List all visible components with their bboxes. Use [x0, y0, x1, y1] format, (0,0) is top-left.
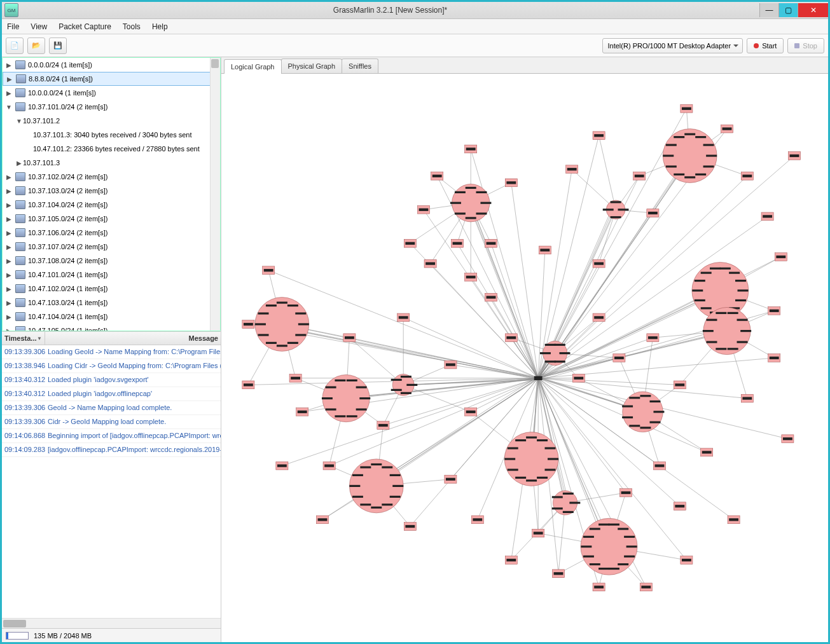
tree-row[interactable]: ▶10.37.102.0/24 (2 item[s]) — [3, 170, 220, 184]
tree-label: 10.37.102.0/24 (2 item[s]) — [28, 173, 107, 181]
tree-row[interactable]: ▶10.37.106.0/24 (2 item[s]) — [3, 226, 220, 240]
message-table[interactable]: 09:13:39.306Loading GeoId -> Name Mappin… — [2, 345, 221, 618]
menu-view[interactable]: View — [31, 22, 47, 31]
message-row[interactable]: 09:14:09.283[iadgov.offlinepcap.PCAPImpo… — [2, 443, 221, 457]
expand-arrow-icon[interactable]: ▶ — [15, 160, 23, 167]
expand-arrow-icon[interactable]: ▶ — [5, 243, 13, 250]
expand-arrow-icon[interactable]: ▶ — [5, 285, 13, 292]
svg-rect-284 — [534, 531, 543, 534]
svg-rect-397 — [703, 144, 714, 146]
tree-row[interactable]: ▶10.37.105.0/24 (2 item[s]) — [3, 212, 220, 226]
message-row[interactable]: 09:13:39.306Cidr -> GeoId Mapping load c… — [2, 415, 221, 429]
tree-row[interactable]: ▶10.37.107.0/24 (2 item[s]) — [3, 240, 220, 254]
message-row[interactable]: 09:13:40.312Loaded plugin 'iadgov.svgexp… — [2, 373, 221, 387]
open-folder-icon: 📂 — [32, 41, 41, 50]
tree-row[interactable]: ▶10.47.101.0/24 (1 item[s]) — [3, 268, 220, 282]
message-row[interactable]: 09:13:40.312Loaded plugin 'iadgov.offlin… — [2, 387, 221, 401]
minimize-button[interactable]: — — [759, 3, 778, 17]
save-button[interactable]: 💾 — [49, 38, 67, 54]
menubar: File View Packet Capture Tools Help — [2, 19, 828, 34]
svg-rect-447 — [401, 376, 412, 378]
expand-arrow-icon[interactable]: ▶ — [5, 257, 13, 264]
stop-capture-button[interactable]: Stop — [787, 38, 824, 53]
svg-rect-335 — [371, 463, 382, 465]
maximize-button[interactable]: ▢ — [778, 3, 798, 17]
close-button[interactable]: ✕ — [798, 3, 828, 17]
menu-packet-capture[interactable]: Packet Capture — [59, 22, 111, 31]
message-hscroll[interactable] — [2, 618, 221, 628]
expand-arrow-icon[interactable]: ▶ — [5, 313, 13, 320]
menu-tools[interactable]: Tools — [123, 22, 141, 31]
svg-rect-445 — [391, 389, 402, 391]
tree-row[interactable]: ▶10.37.108.0/24 (2 item[s]) — [3, 254, 220, 268]
tab-sniffles[interactable]: Sniffles — [342, 58, 378, 73]
svg-rect-420 — [707, 319, 717, 321]
tab-physical-graph[interactable]: Physical Graph — [281, 58, 343, 73]
memory-label: 135 MB / 2048 MB — [34, 632, 92, 640]
tree-row[interactable]: ▶10.47.104.0/24 (1 item[s]) — [3, 310, 220, 324]
tree-row[interactable]: ▶10.0.0.0/24 (1 item[s]) — [3, 86, 220, 100]
svg-rect-300 — [682, 559, 691, 561]
svg-rect-306 — [266, 342, 277, 344]
tree-scrollbar[interactable] — [210, 58, 220, 331]
svg-line-72 — [457, 243, 538, 378]
expand-arrow-icon[interactable]: ▼ — [5, 104, 13, 111]
expand-arrow-icon[interactable]: ▶ — [5, 174, 13, 181]
tree-row[interactable]: ▶10.37.103.0/24 (2 item[s]) — [3, 184, 220, 198]
expand-arrow-icon[interactable]: ▶ — [5, 271, 13, 278]
tree-label: 10.47.101.2: 23366 bytes received / 2788… — [33, 145, 200, 153]
svg-rect-303 — [295, 334, 306, 336]
tree-row[interactable]: ▶10.47.105.0/24 (1 item[s]) — [3, 324, 220, 331]
message-row[interactable]: 09:13:38.946Loading Cidr -> GeoId Mappin… — [2, 359, 221, 373]
status-bar: 135 MB / 2048 MB — [2, 628, 221, 642]
svg-rect-292 — [244, 383, 253, 386]
svg-rect-305 — [277, 345, 287, 346]
message-text: GeoId -> Name Mapping load complete. — [45, 401, 221, 414]
new-file-button[interactable]: 📄 — [6, 38, 24, 54]
expand-arrow-icon[interactable]: ▶ — [5, 90, 13, 97]
svg-line-13 — [469, 205, 537, 379]
message-timestamp: 09:13:40.312 — [2, 373, 45, 387]
menu-help[interactable]: Help — [152, 22, 168, 31]
tree-row[interactable]: 10.37.101.3: 3040 bytes received / 3040 … — [3, 128, 220, 142]
message-row[interactable]: 09:14:06.868Beginning import of [iadgov.… — [2, 429, 221, 443]
toolbar: 📄 📂 💾 Intel(R) PRO/1000 MT Desktop Adapt… — [2, 34, 828, 57]
expand-arrow-icon[interactable]: ▼ — [15, 118, 23, 125]
expand-arrow-icon[interactable]: ▶ — [6, 76, 13, 83]
col-timestamp[interactable]: Timesta...▼ — [2, 332, 45, 345]
tree-row[interactable]: ▶10.37.101.3 — [3, 156, 220, 170]
tree-row[interactable]: ▶0.0.0.0/24 (1 item[s]) — [3, 58, 220, 72]
message-timestamp: 09:14:09.283 — [2, 443, 45, 456]
svg-line-71 — [511, 182, 538, 378]
tree-row[interactable]: 10.47.101.2: 23366 bytes received / 2788… — [3, 142, 220, 156]
network-adapter-select[interactable]: Intel(R) PRO/1000 MT Desktop Adapter — [602, 38, 744, 53]
svg-rect-218 — [425, 262, 435, 264]
tab-logical-graph[interactable]: Logical Graph — [224, 59, 282, 74]
new-file-icon: 📄 — [10, 41, 19, 50]
svg-rect-379 — [629, 425, 640, 427]
expand-arrow-icon[interactable]: ▶ — [5, 327, 13, 332]
expand-arrow-icon[interactable]: ▶ — [5, 299, 13, 306]
network-tree[interactable]: ▶0.0.0.0/24 (1 item[s])▶8.8.8.0/24 (1 it… — [2, 57, 221, 331]
col-message[interactable]: Message — [45, 332, 221, 345]
tree-row[interactable]: ▼10.37.101.2 — [3, 114, 220, 128]
message-row[interactable]: 09:13:39.306Loading GeoId -> Name Mappin… — [2, 345, 221, 359]
open-file-button[interactable]: 📂 — [27, 38, 45, 54]
message-row[interactable]: 09:13:39.306GeoId -> Name Mapping load c… — [2, 401, 221, 415]
expand-arrow-icon[interactable]: ▶ — [5, 230, 13, 236]
svg-rect-264 — [655, 464, 665, 467]
tree-row[interactable]: ▶10.37.104.0/24 (2 item[s]) — [3, 198, 220, 212]
start-capture-button[interactable]: Start — [747, 38, 784, 53]
expand-arrow-icon[interactable]: ▶ — [5, 188, 13, 195]
expand-arrow-icon[interactable]: ▶ — [5, 202, 13, 209]
logical-graph-canvas[interactable] — [221, 74, 828, 642]
tree-row[interactable]: ▼10.37.101.0/24 (2 item[s]) — [3, 100, 220, 114]
tree-row[interactable]: ▶10.47.102.0/24 (1 item[s]) — [3, 282, 220, 296]
svg-rect-440 — [552, 496, 563, 498]
svg-rect-258 — [770, 357, 779, 359]
expand-arrow-icon[interactable]: ▶ — [5, 216, 13, 223]
tree-row[interactable]: ▶10.47.103.0/24 (1 item[s]) — [3, 296, 220, 310]
tree-row[interactable]: ▶8.8.8.0/24 (1 item[s]) — [3, 72, 220, 86]
menu-file[interactable]: File — [7, 22, 19, 31]
expand-arrow-icon[interactable]: ▶ — [5, 62, 13, 69]
